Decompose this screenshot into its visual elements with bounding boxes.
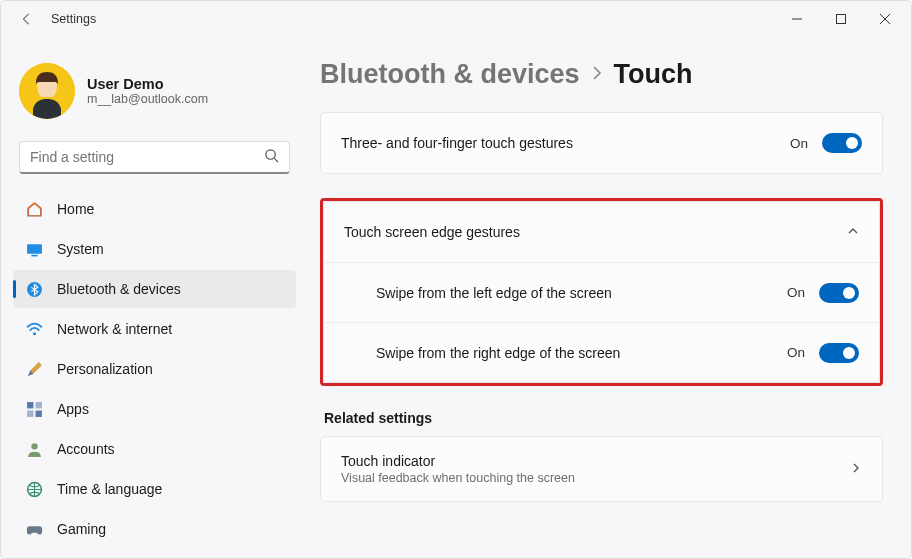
setting-label: Three- and four-finger touch gestures — [341, 135, 776, 151]
svg-rect-3 — [27, 244, 42, 254]
title-bar: Settings — [1, 1, 911, 37]
maximize-button[interactable] — [819, 3, 863, 35]
svg-rect-0 — [837, 15, 846, 24]
chevron-right-icon — [850, 461, 862, 477]
setting-row-gestures[interactable]: Three- and four-finger touch gestures On — [321, 113, 882, 173]
svg-rect-8 — [35, 402, 41, 408]
profile-email: m__lab@outlook.com — [87, 92, 208, 106]
sidebar-item-label: Home — [57, 201, 94, 217]
back-button[interactable] — [17, 9, 37, 29]
main-content: Bluetooth & devices Touch Three- and fou… — [306, 37, 911, 558]
search-input[interactable] — [30, 149, 264, 165]
svg-rect-10 — [35, 410, 41, 416]
breadcrumb-parent[interactable]: Bluetooth & devices — [320, 59, 580, 90]
setting-label: Swipe from the left edge of the screen — [376, 285, 773, 301]
toggle-swipe-right[interactable] — [819, 343, 859, 363]
search-icon — [264, 148, 279, 166]
sidebar-item-time-language[interactable]: Time & language — [13, 470, 296, 508]
sidebar-item-network[interactable]: Network & internet — [13, 310, 296, 348]
highlight-annotation: Touch screen edge gestures Swipe from th… — [320, 198, 883, 386]
setting-gestures-card: Three- and four-finger touch gestures On — [320, 112, 883, 174]
home-icon — [25, 200, 43, 218]
svg-rect-7 — [27, 402, 33, 408]
chevron-right-icon — [592, 66, 602, 84]
window-title: Settings — [51, 12, 96, 26]
profile-name: User Demo — [87, 76, 208, 92]
setting-label: Swipe from the right edge of the screen — [376, 345, 773, 361]
sidebar-item-label: System — [57, 241, 104, 257]
svg-rect-9 — [27, 410, 33, 416]
setting-label: Touch screen edge gestures — [344, 224, 833, 240]
sidebar-item-apps[interactable]: Apps — [13, 390, 296, 428]
sidebar-item-bluetooth-devices[interactable]: Bluetooth & devices — [13, 270, 296, 308]
setting-row-swipe-right[interactable]: Swipe from the right edge of the screen … — [324, 322, 879, 382]
toggle-gestures[interactable] — [822, 133, 862, 153]
apps-icon — [25, 400, 43, 418]
network-icon — [25, 320, 43, 338]
system-icon — [25, 240, 43, 258]
sidebar-item-label: Bluetooth & devices — [57, 281, 181, 297]
sidebar: User Demo m__lab@outlook.com Home — [1, 37, 306, 558]
profile-block[interactable]: User Demo m__lab@outlook.com — [13, 53, 296, 135]
chevron-up-icon — [847, 224, 859, 240]
setting-row-edge-header[interactable]: Touch screen edge gestures — [324, 202, 879, 262]
personalization-icon — [25, 360, 43, 378]
svg-point-6 — [32, 332, 35, 335]
sidebar-item-label: Time & language — [57, 481, 162, 497]
toggle-state-text: On — [790, 136, 808, 151]
toggle-state-text: On — [787, 345, 805, 360]
svg-point-11 — [31, 443, 37, 449]
minimize-button[interactable] — [775, 3, 819, 35]
sidebar-item-label: Accounts — [57, 441, 115, 457]
svg-rect-4 — [31, 254, 37, 256]
sidebar-item-accounts[interactable]: Accounts — [13, 430, 296, 468]
sidebar-item-system[interactable]: System — [13, 230, 296, 268]
sidebar-item-gaming[interactable]: Gaming — [13, 510, 296, 548]
svg-point-2 — [266, 150, 275, 159]
setting-edge-card: Touch screen edge gestures Swipe from th… — [323, 201, 880, 383]
nav-list: Home System Bluetooth & devices — [13, 190, 296, 548]
close-button[interactable] — [863, 3, 907, 35]
breadcrumb: Bluetooth & devices Touch — [320, 59, 883, 90]
avatar — [19, 63, 75, 119]
sidebar-item-home[interactable]: Home — [13, 190, 296, 228]
sidebar-item-label: Apps — [57, 401, 89, 417]
sidebar-item-label: Personalization — [57, 361, 153, 377]
breadcrumb-current: Touch — [614, 59, 693, 90]
setting-title: Touch indicator — [341, 453, 836, 469]
bluetooth-icon — [25, 280, 43, 298]
setting-row-swipe-left[interactable]: Swipe from the left edge of the screen O… — [324, 262, 879, 322]
related-card: Touch indicator Visual feedback when tou… — [320, 436, 883, 502]
accounts-icon — [25, 440, 43, 458]
related-settings-heading: Related settings — [324, 410, 883, 426]
sidebar-item-label: Network & internet — [57, 321, 172, 337]
setting-subtitle: Visual feedback when touching the screen — [341, 471, 836, 485]
setting-row-touch-indicator[interactable]: Touch indicator Visual feedback when tou… — [321, 437, 882, 501]
gaming-icon — [25, 520, 43, 538]
toggle-swipe-left[interactable] — [819, 283, 859, 303]
sidebar-item-personalization[interactable]: Personalization — [13, 350, 296, 388]
toggle-state-text: On — [787, 285, 805, 300]
search-box[interactable] — [19, 141, 290, 174]
time-language-icon — [25, 480, 43, 498]
sidebar-item-label: Gaming — [57, 521, 106, 537]
